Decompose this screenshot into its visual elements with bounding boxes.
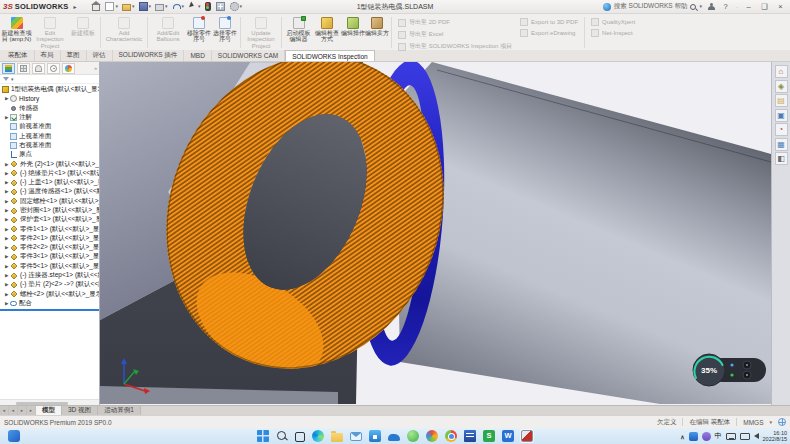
ribbon-button[interactable]: 选择零件序号 — [212, 15, 238, 50]
qat-caret-icon[interactable]: ▾ — [115, 4, 118, 9]
taskbar-app-icon[interactable] — [388, 434, 400, 441]
scrollbar-thumb[interactable] — [16, 402, 68, 405]
close-button[interactable]: × — [775, 0, 786, 13]
taskbar-slot[interactable]: W — [501, 429, 515, 443]
taskbar-slot[interactable]: S — [482, 429, 496, 443]
export-button[interactable]: Export eDrawing — [520, 29, 578, 37]
security-tray-icon[interactable] — [702, 432, 711, 441]
tree-item[interactable]: ▶ (-) 温度传感器<1> (默认<<默认>_ — [0, 187, 99, 196]
taskbar-slot[interactable] — [349, 430, 363, 442]
ribbon-button[interactable]: 新建检查项目 (amp;N) — [1, 15, 32, 50]
ribbon-button[interactable]: Edit Inspection Project — [32, 15, 68, 50]
expand-arrow-icon[interactable]: ▶ — [5, 171, 10, 176]
widgets-icon[interactable] — [8, 430, 20, 442]
tab-scroll-button[interactable]: ◂ — [9, 406, 18, 415]
taskbar-slot[interactable] — [444, 429, 458, 443]
qat-button[interactable]: ▾ — [122, 2, 135, 11]
model-graphics[interactable]: 35% — [100, 62, 771, 405]
globe-icon[interactable] — [778, 418, 786, 426]
help-button[interactable]: ? — [720, 0, 731, 13]
ribbon-button[interactable]: Add/Edit Balloons — [150, 15, 186, 50]
tree-item[interactable]: ▶ 零件3<1> (默认<<默认>_显示状态 — [0, 252, 99, 261]
restore-button[interactable]: ❑ — [759, 0, 770, 13]
tab-overflow-icon[interactable]: » — [94, 65, 97, 71]
expand-arrow-icon[interactable]: ▶ — [5, 236, 10, 241]
minimize-button[interactable]: – — [743, 0, 754, 13]
touch-keyboard-icon[interactable] — [726, 433, 736, 440]
qat-caret-icon[interactable]: ▾ — [240, 4, 243, 9]
search-caret-icon[interactable]: ▾ — [699, 4, 702, 9]
units-selector[interactable]: MMGS — [743, 419, 763, 426]
ribbon-tab[interactable]: 布局 — [35, 50, 61, 61]
qat-button[interactable] — [92, 3, 101, 11]
ribbon-button[interactable]: 编辑卖方 — [365, 15, 389, 50]
logo-flyout-arrow-icon[interactable]: ▸ — [73, 3, 76, 10]
qat-button[interactable]: ▾ — [105, 2, 118, 11]
task-pane-icon[interactable]: ◧ — [775, 152, 788, 165]
tree-item[interactable]: ▶ 零件5<1> (默认<<默认>_显示状态 — [0, 262, 99, 271]
tree-item[interactable]: ▶ 零件1<1> (默认<<默认>_显示状态 — [0, 224, 99, 233]
taskbar-app-icon[interactable] — [276, 430, 288, 442]
export-button[interactable]: Export to 3D PDF — [520, 18, 578, 26]
qat-button[interactable] — [216, 2, 226, 11]
ribbon-button[interactable]: Update Inspection Project — [243, 15, 279, 50]
taskbar-app-icon[interactable] — [426, 430, 438, 442]
taskbar-app-icon[interactable] — [350, 432, 362, 441]
expand-arrow-icon[interactable]: ▶ — [5, 254, 10, 259]
ribbon-button[interactable]: 编辑操作 — [341, 15, 365, 50]
taskbar-slot[interactable] — [294, 430, 306, 443]
tree-filter-bar[interactable]: ▾ — [0, 75, 99, 84]
qat-caret-icon[interactable]: ▾ — [132, 4, 135, 9]
task-pane-icon[interactable]: ▣ — [775, 109, 788, 122]
taskbar-slot[interactable] — [256, 429, 270, 443]
search-icon[interactable] — [690, 4, 696, 10]
expand-arrow-icon[interactable]: ▶ — [5, 162, 10, 167]
tree-item[interactable]: ▶ (-) 绝缘垫片<1> (默认<<默认>_显 — [0, 169, 99, 178]
tree-item[interactable]: ▶ 配合 — [0, 299, 99, 308]
tab-scroll-button[interactable]: ▸ — [27, 406, 36, 415]
filter-caret-icon[interactable]: ▾ — [11, 77, 14, 82]
document-tab[interactable]: 模型 — [36, 406, 62, 415]
ribbon-tab[interactable]: 评估 — [87, 50, 113, 61]
qat-caret-icon[interactable]: ▾ — [149, 4, 152, 9]
tree-item[interactable]: ▶ 原点 — [0, 150, 99, 159]
document-tab[interactable]: 3D 视图 — [62, 406, 98, 415]
ime-indicator[interactable]: 中 — [715, 431, 722, 441]
taskbar-app-icon[interactable] — [331, 433, 343, 442]
task-pane-icon[interactable]: ◈ — [775, 80, 788, 93]
qat-button[interactable]: ▾ — [172, 2, 185, 11]
qat-caret-icon[interactable]: ▾ — [182, 4, 185, 9]
expand-arrow-icon[interactable]: ▶ — [5, 227, 10, 232]
export-button[interactable]: 导出至 Excel — [398, 30, 512, 39]
ribbon-tab[interactable]: 装配体 — [2, 50, 35, 61]
ribbon-tab[interactable]: SOLIDWORKS Inspection — [285, 50, 375, 61]
expand-arrow-icon[interactable]: ▶ — [5, 292, 10, 297]
tab-scroll-button[interactable]: ◂ — [0, 406, 9, 415]
ribbon-button[interactable]: 启动模板编辑器 — [284, 15, 313, 50]
tab-display-manager[interactable] — [62, 63, 75, 74]
tree-item[interactable]: ▶ 螺栓<2> (默认<<默认>_显示状态 — [0, 290, 99, 299]
tree-item[interactable]: ▶ 上视基准面 — [0, 131, 99, 140]
ribbon-tab[interactable]: SOLIDWORKS CAM — [212, 50, 285, 61]
taskbar-slot[interactable] — [406, 429, 420, 443]
taskbar-slot[interactable] — [368, 429, 382, 443]
taskbar-app-icon[interactable] — [464, 430, 476, 442]
tree-item[interactable]: ▶ (-) 上盖<1> (默认<<默认>_显示状 — [0, 178, 99, 187]
tree-item[interactable]: ▶ History — [0, 94, 99, 103]
taskbar-app-icon[interactable]: W — [502, 430, 514, 442]
panel-horizontal-scrollbar[interactable] — [0, 399, 99, 405]
taskbar-clock[interactable]: 16:10 2022/8/15 — [763, 430, 787, 442]
ribbon-button[interactable]: Add Characteristic — [103, 15, 145, 50]
expand-arrow-icon[interactable]: ▶ — [5, 264, 10, 269]
taskbar-app-icon[interactable] — [369, 430, 381, 442]
tree-root-item[interactable]: 1型铠装热电偶 (默认<默认_显示状态-1 — [0, 85, 99, 94]
tree-item[interactable]: ▶ 外壳 (2)<1> (默认<<默认>_显示状 — [0, 159, 99, 168]
units-caret-icon[interactable]: ▾ — [769, 420, 772, 425]
qat-caret-icon[interactable]: ▾ — [165, 4, 168, 9]
help-search[interactable]: 搜索 SOLIDWORKS 帮助 ▾ — [603, 2, 702, 11]
task-pane-icon[interactable]: ▦ — [775, 138, 788, 151]
qat-button[interactable]: ▾ — [230, 2, 243, 11]
export-button[interactable]: Net-Inspect — [591, 29, 635, 37]
qat-button[interactable]: ▾ — [188, 2, 201, 11]
tree-item[interactable]: ▶ 传感器 — [0, 104, 99, 113]
